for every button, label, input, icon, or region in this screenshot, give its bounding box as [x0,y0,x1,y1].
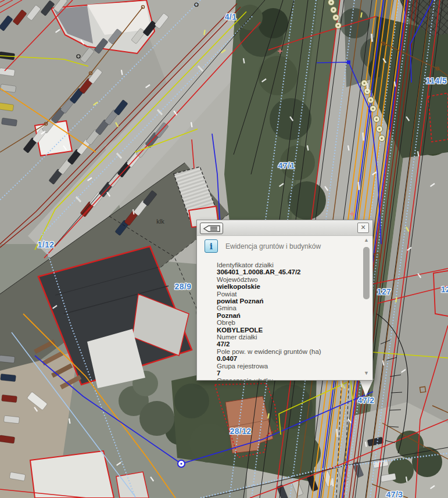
back-to-results-button[interactable] [200,223,223,234]
parcel-label: 1/12 [38,240,55,249]
field-value: powiat Poznań [217,298,356,304]
field-value: 0.0407 [217,355,356,362]
field-value: 47/2 [217,341,356,347]
close-icon: × [361,223,365,232]
scroll-up-button[interactable]: ▲ [363,237,370,244]
field-label: Województwo [217,276,356,283]
parcel-label: 12 [441,285,448,294]
field-value: 7 [217,370,356,377]
field-value: Poznań [217,312,356,319]
scroll-down-button[interactable]: ▼ [363,370,370,377]
back-list-icon [203,225,220,232]
popup-body: i Ewidencja gruntów i budynków Identyfik… [197,236,372,380]
popup-title: Ewidencja gruntów i budynków [225,242,321,250]
popup: × i Ewidencja gruntów i budynków Identyf… [196,220,373,381]
info-icon: i [205,239,218,253]
map-annotation: klk [156,218,164,225]
popup-scrollbar[interactable]: ▲ ▼ [363,237,370,377]
parcel-label: 47/1 [278,161,295,170]
parcel-label: 28/12 [230,427,251,436]
map-canvas[interactable]: 4/1114/547/11/1228/91271247/228/1247/3kl… [0,0,448,498]
field-value: 306401_1.0008.AR_45.47/2 [217,268,356,275]
parcel-label: 4/1 [225,12,237,22]
field-label: Pole pow. w ewidencji gruntów (ha) [217,348,356,355]
attribute-list: Identyfikator działki306401_1.0008.AR_45… [217,261,356,380]
field-label: Gmina [217,304,356,311]
field-label: Oznaczenie użytku [217,377,356,381]
field-value: KOBYLEPOLE [217,327,356,334]
parcel-label: 47/3 [386,490,403,498]
parcel-label: 47/2 [358,396,375,405]
close-button[interactable]: × [357,223,369,233]
field-label: Grupa rejestrowa [217,363,356,370]
field-label: Identyfikator działki [217,261,356,268]
field-value: wielkopolskie [217,283,356,290]
field-label: Powiat [217,291,356,298]
scroll-thumb[interactable] [363,247,370,299]
field-label: Numer działki [217,334,356,341]
field-label: Obręb [217,319,356,326]
parcel-label: 28/9 [175,282,192,291]
parcel-label: 127 [377,287,392,296]
popup-header: × [197,220,372,236]
parcel-label: 114/5 [426,76,447,85]
